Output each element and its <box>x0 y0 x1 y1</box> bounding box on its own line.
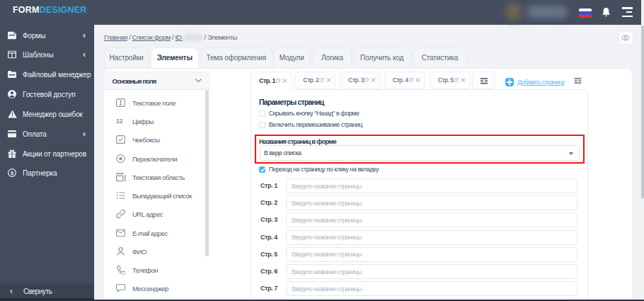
svg-text:$: $ <box>11 170 14 176</box>
